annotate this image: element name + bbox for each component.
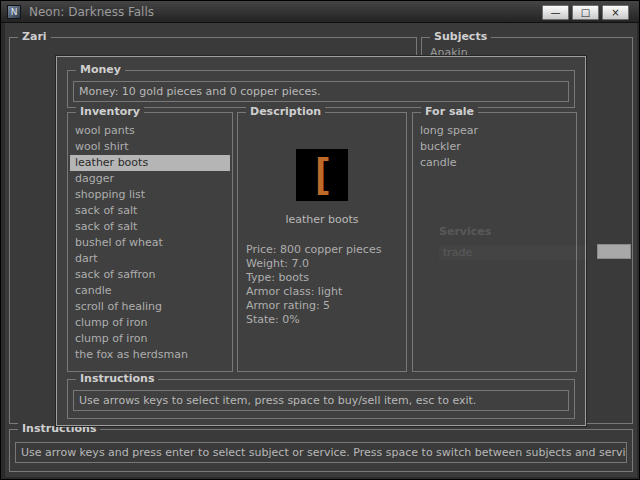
dialog-instructions-legend: Instructions — [76, 372, 158, 385]
item-icon: [ — [296, 149, 348, 201]
inventory-item[interactable]: clump of iron — [70, 315, 230, 331]
inventory-item[interactable]: candle — [70, 283, 230, 299]
item-stats-list: Price: 800 copper piecesWeight: 7.0Type:… — [246, 243, 404, 327]
title-bar[interactable]: N Neon: Darkness Falls — □ × — [1, 1, 639, 23]
item-name: leather boots — [238, 213, 406, 226]
inventory-item[interactable]: the fox as herdsman — [70, 347, 230, 363]
description-legend: Description — [246, 105, 325, 118]
window-title: Neon: Darkness Falls — [29, 5, 154, 19]
for-sale-list: long spearbucklercandle — [415, 123, 574, 171]
dialog-instructions-panel: Instructions Use arrows keys to select i… — [67, 379, 575, 419]
inventory-item[interactable]: leather boots — [70, 155, 230, 171]
inventory-item[interactable]: sack of saffron — [70, 267, 230, 283]
inventory-item[interactable]: scroll of healing — [70, 299, 230, 315]
for-sale-legend: For sale — [421, 105, 478, 118]
for-sale-panel: For sale long spearbucklercandle — [412, 112, 577, 372]
inventory-item[interactable]: wool pants — [70, 123, 230, 139]
money-legend: Money — [76, 63, 125, 76]
item-stat: Armor class: light — [246, 285, 404, 299]
money-text: Money: 10 gold pieces and 0 copper piece… — [73, 81, 569, 102]
money-panel: Money Money: 10 gold pieces and 0 copper… — [67, 70, 575, 108]
inventory-item[interactable]: sack of salt — [70, 219, 230, 235]
inventory-item[interactable]: sack of salt — [70, 203, 230, 219]
inventory-legend: Inventory — [76, 105, 144, 118]
description-panel: Description [ leather boots Price: 800 c… — [237, 112, 407, 372]
inventory-item[interactable]: dart — [70, 251, 230, 267]
subjects-panel-legend: Subjects — [430, 30, 491, 43]
inventory-item[interactable]: wool shirt — [70, 139, 230, 155]
minimize-button[interactable]: — — [542, 5, 569, 20]
item-stat: Type: boots — [246, 271, 404, 285]
app-icon: N — [7, 5, 21, 19]
maximize-button[interactable]: □ — [572, 5, 599, 20]
ghost-services-legend: Services — [439, 225, 491, 238]
inventory-item[interactable]: clump of iron — [70, 331, 230, 347]
trade-dialog: Money Money: 10 gold pieces and 0 copper… — [56, 56, 586, 426]
services-selection-edge — [597, 244, 631, 259]
item-stat: Armor rating: 5 — [246, 299, 404, 313]
app-window: N Neon: Darkness Falls — □ × Zari Subjec… — [0, 0, 640, 480]
item-stat: Weight: 7.0 — [246, 257, 404, 271]
inventory-list: wool pantswool shirtleather bootsdaggers… — [70, 123, 230, 363]
for-sale-item[interactable]: candle — [415, 155, 574, 171]
for-sale-item[interactable]: buckler — [415, 139, 574, 155]
screen-instructions-panel: Instructions Use arrow keys and press en… — [9, 429, 633, 472]
inventory-item[interactable]: shopping list — [70, 187, 230, 203]
zari-panel-legend: Zari — [18, 30, 51, 43]
game-screen: Zari Subjects Anakin Instructions Use ar… — [5, 23, 637, 477]
ghost-services-selected-item: trade — [439, 245, 587, 260]
item-stat: State: 0% — [246, 313, 404, 327]
inventory-item[interactable]: dagger — [70, 171, 230, 187]
close-button[interactable]: × — [602, 5, 629, 20]
inventory-item[interactable]: bushel of wheat — [70, 235, 230, 251]
for-sale-item[interactable]: long spear — [415, 123, 574, 139]
screen-instructions-text: Use arrow keys and press enter to select… — [15, 442, 627, 463]
inventory-panel: Inventory wool pantswool shirtleather bo… — [67, 112, 233, 372]
item-stat: Price: 800 copper pieces — [246, 243, 404, 257]
dialog-instructions-text: Use arrows keys to select item, press sp… — [73, 390, 569, 411]
